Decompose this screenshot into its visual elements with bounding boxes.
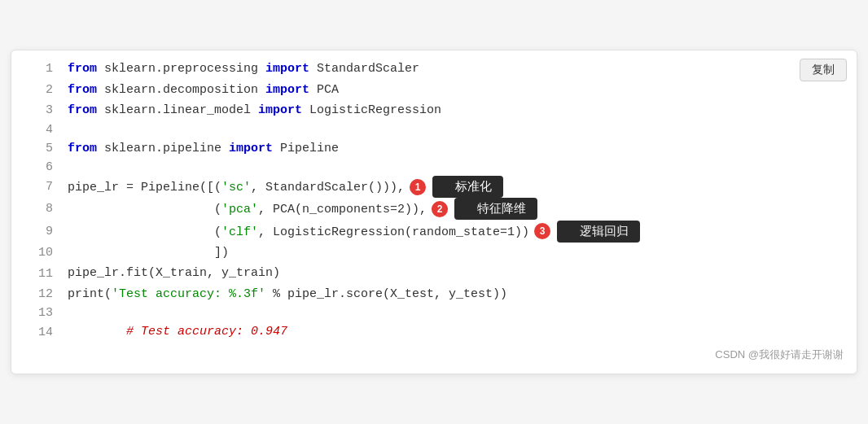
line-number: 8 [11,198,68,220]
line-content: # Test accuracy: 0.947 [68,321,857,343]
annotation-badge: 3 [534,223,550,239]
code-line: 6 [11,159,857,176]
line-content: ('pca', PCA(n_components=2)),2特征降维 [68,198,857,220]
line-content: from sklearn.pipeline import Pipeline [68,138,857,160]
line-number: 6 [11,159,68,176]
line-content: ('clf', LogisticRegression(random_state=… [68,221,857,243]
code-line: 1from sklearn.preprocessing import Stand… [11,59,857,80]
code-block: 复制 1from sklearn.preprocessing import St… [11,50,857,374]
line-number: 9 [11,221,68,243]
annotation-tooltip: 逻辑回归 [557,221,640,243]
code-line: 9 ('clf', LogisticRegression(random_stat… [11,221,857,243]
line-number: 7 [11,176,68,198]
code-line: 12print('Test accuracy: %.3f' % pipe_lr.… [11,284,857,305]
copy-button[interactable]: 复制 [800,59,847,81]
line-number: 3 [11,100,68,121]
line-number: 4 [11,121,68,138]
csdn-footer: CSDN @我很好请走开谢谢 [11,343,857,365]
code-lines: 1from sklearn.preprocessing import Stand… [11,59,857,343]
line-content: pipe_lr = Pipeline([('sc', StandardScale… [68,176,857,198]
line-content: ]) [68,243,857,264]
line-number: 11 [11,263,68,284]
line-content: from sklearn.decomposition import PCA [68,80,857,101]
code-line: 4 [11,121,857,138]
annotation-tooltip: 标准化 [432,176,503,198]
annotation-badge: 1 [410,179,426,195]
code-line: 8 ('pca', PCA(n_components=2)),2特征降维 [11,198,857,220]
line-number: 2 [11,80,68,101]
code-line: 13 [11,304,857,321]
code-line: 14 # Test accuracy: 0.947 [11,321,857,343]
line-content [68,304,857,321]
code-line: 10 ]) [11,243,857,264]
line-content [68,121,857,138]
annotation-tooltip: 特征降维 [454,198,537,220]
line-content: from sklearn.preprocessing import Standa… [68,59,857,80]
line-content: from sklearn.linear_model import Logisti… [68,100,857,121]
line-number: 1 [11,59,68,80]
line-number: 10 [11,243,68,264]
line-content [68,159,857,176]
line-number: 13 [11,304,68,321]
code-line: 11pipe_lr.fit(X_train, y_train) [11,263,857,284]
code-line: 3from sklearn.linear_model import Logist… [11,100,857,121]
line-number: 14 [11,321,68,343]
line-number: 5 [11,138,68,160]
code-line: 5from sklearn.pipeline import Pipeline [11,138,857,160]
code-line: 2from sklearn.decomposition import PCA [11,80,857,101]
code-line: 7pipe_lr = Pipeline([('sc', StandardScal… [11,176,857,198]
annotation-badge: 2 [432,201,448,217]
line-content: print('Test accuracy: %.3f' % pipe_lr.sc… [68,284,857,305]
line-number: 12 [11,284,68,305]
line-content: pipe_lr.fit(X_train, y_train) [68,263,857,284]
